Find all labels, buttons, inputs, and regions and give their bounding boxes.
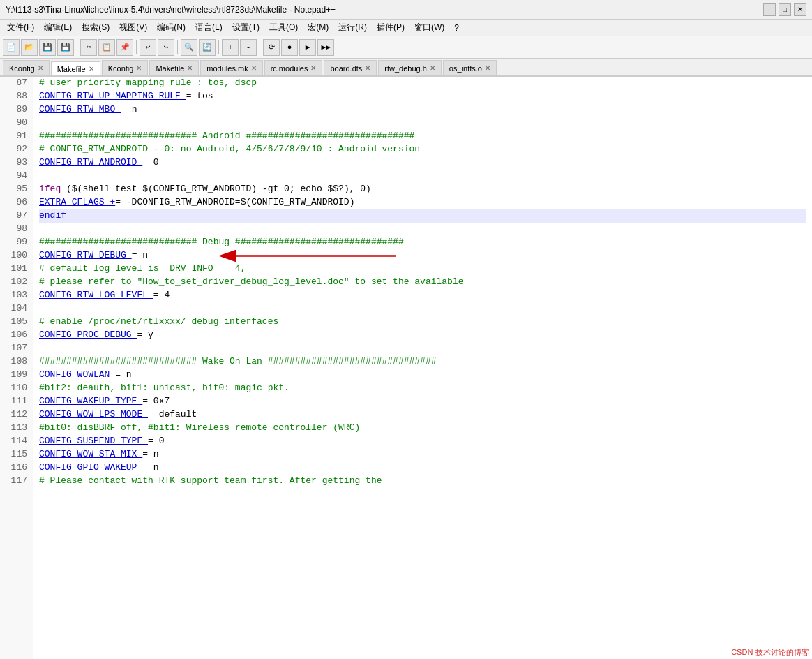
- line-number-96: 96: [3, 196, 27, 209]
- toolbar-separator-1: [77, 40, 77, 54]
- line-number-87: 87: [3, 77, 27, 90]
- tab-close-icon[interactable]: ✕: [187, 64, 193, 72]
- replace-button[interactable]: 🔄: [199, 39, 216, 56]
- line-number-101: 101: [3, 262, 27, 276]
- play-all-button[interactable]: ▶▶: [317, 39, 334, 56]
- close-button[interactable]: ✕: [794, 3, 806, 16]
- tab-close-icon[interactable]: ✕: [365, 64, 370, 72]
- menu-item-r[interactable]: 运行(R): [334, 20, 371, 35]
- menu-item-n[interactable]: 编码(N): [153, 20, 190, 35]
- open-button[interactable]: 📂: [21, 39, 38, 56]
- menu-item-o[interactable]: 工具(O): [265, 20, 302, 35]
- tab-close-icon[interactable]: ✕: [38, 64, 43, 72]
- menu-item-w[interactable]: 窗口(W): [410, 20, 449, 35]
- menu-item-p[interactable]: 插件(P): [373, 20, 409, 35]
- tab-close-icon[interactable]: ✕: [136, 64, 142, 72]
- cut-button[interactable]: ✂: [80, 39, 97, 56]
- line-number-93: 93: [3, 156, 27, 170]
- tab-close-icon[interactable]: ✕: [310, 64, 316, 72]
- tab-makefile[interactable]: Makefile✕: [149, 60, 199, 75]
- line-number-109: 109: [3, 369, 27, 382]
- sync-button[interactable]: ⟳: [263, 39, 280, 56]
- line-number-107: 107: [3, 342, 27, 355]
- code-line-107: [39, 342, 806, 355]
- save-button[interactable]: 💾: [39, 39, 56, 56]
- tab-close-icon[interactable]: ✕: [430, 64, 435, 72]
- code-line-94: [39, 170, 806, 183]
- line-number-91: 91: [3, 130, 27, 143]
- undo-button[interactable]: ↩: [140, 39, 156, 56]
- copy-button[interactable]: 📋: [98, 39, 115, 56]
- tab-makefile[interactable]: Makefile✕: [51, 61, 100, 77]
- tab-kconfig[interactable]: Kconfig✕: [3, 60, 50, 75]
- paste-button[interactable]: 📌: [116, 39, 133, 56]
- tab-modules-mk[interactable]: modules.mk✕: [200, 60, 262, 75]
- menu-item-t[interactable]: 设置(T): [228, 20, 264, 35]
- new-button[interactable]: 📄: [3, 39, 20, 56]
- code-line-97: endif: [39, 209, 806, 223]
- line-number-89: 89: [3, 103, 27, 117]
- zoom-out-button[interactable]: -: [240, 39, 257, 56]
- line-number-115: 115: [3, 448, 27, 461]
- find-button[interactable]: 🔍: [181, 39, 197, 56]
- tab-close-icon[interactable]: ✕: [251, 64, 257, 72]
- maximize-button[interactable]: □: [779, 3, 791, 16]
- title-bar: Y:\t113-s3\Tina-Linux\lichee\linux-5.4\d…: [0, 0, 812, 20]
- menu-item-f[interactable]: 文件(F): [3, 20, 38, 35]
- code-line-111: CONFIG_WAKEUP_TYPE = 0x7: [39, 395, 806, 408]
- tab-kconfig[interactable]: Kconfig✕: [102, 60, 149, 75]
- record-button[interactable]: ●: [281, 39, 298, 56]
- menu-bar: 文件(F)编辑(E)搜索(S)视图(V)编码(N)语言(L)设置(T)工具(O)…: [0, 20, 812, 36]
- minimize-button[interactable]: —: [763, 3, 776, 16]
- code-line-113: #bit0: disBBRF off, #bit1: Wireless remo…: [39, 422, 806, 435]
- line-number-110: 110: [3, 382, 27, 395]
- code-line-92: # CONFIG_RTW_ANDROID - 0: no Android, 4/…: [39, 143, 806, 156]
- code-line-88: CONFIG_RTW_UP_MAPPING_RULE = tos: [39, 90, 806, 103]
- code-line-114: CONFIG_SUSPEND_TYPE = 0: [39, 435, 806, 448]
- line-number-114: 114: [3, 435, 27, 448]
- code-line-103: CONFIG_RTW_LOG_LEVEL = 4: [39, 289, 806, 302]
- window-title: Y:\t113-s3\Tina-Linux\lichee\linux-5.4\d…: [6, 5, 763, 15]
- line-number-94: 94: [3, 170, 27, 183]
- tab-close-icon[interactable]: ✕: [485, 64, 490, 72]
- code-line-110: #bit2: deauth, bit1: unicast, bit0: magi…: [39, 382, 806, 395]
- code-line-89: CONFIG_RTW_MBO = n: [39, 103, 806, 117]
- line-number-104: 104: [3, 302, 27, 316]
- code-line-91: ############################# Android ##…: [39, 130, 806, 143]
- code-line-102: # please refer to "How_to_set_driver_deb…: [39, 276, 806, 289]
- toolbar-separator-2: [136, 40, 137, 54]
- code-content[interactable]: # user priority mapping rule : tos, dscp…: [33, 77, 812, 659]
- window-controls: — □ ✕: [763, 3, 806, 16]
- menu-item-l[interactable]: 语言(L): [191, 20, 227, 35]
- line-number-117: 117: [3, 475, 27, 488]
- line-number-105: 105: [3, 316, 27, 329]
- redo-button[interactable]: ↪: [158, 39, 174, 56]
- line-number-111: 111: [3, 395, 27, 408]
- menu-item-s[interactable]: 搜索(S): [77, 20, 114, 35]
- save-all-button[interactable]: 💾: [57, 39, 74, 56]
- line-number-112: 112: [3, 408, 27, 422]
- zoom-in-button[interactable]: +: [222, 39, 239, 56]
- tab-rc-modules[interactable]: rc.modules✕: [264, 60, 323, 75]
- line-number-90: 90: [3, 117, 27, 130]
- toolbar: 📄 📂 💾 💾 ✂ 📋 📌 ↩ ↪ 🔍 🔄 + - ⟳ ● ▶ ▶▶: [0, 36, 812, 59]
- tab-board-dts[interactable]: board.dts✕: [324, 60, 377, 75]
- line-number-116: 116: [3, 461, 27, 475]
- watermark: CSDN-技术讨论的博客: [731, 647, 809, 658]
- toolbar-separator-5: [260, 40, 260, 54]
- menu-item-[interactable]: ?: [450, 22, 463, 34]
- code-line-108: ############################# Wake On La…: [39, 355, 806, 369]
- menu-item-m[interactable]: 宏(M): [303, 20, 333, 35]
- code-line-96: EXTRA_CFLAGS += -DCONFIG_RTW_ANDROID=$(C…: [39, 196, 806, 209]
- tab-rtw_debug-h[interactable]: rtw_debug.h✕: [378, 60, 442, 75]
- toolbar-separator-4: [218, 40, 219, 54]
- menu-item-v[interactable]: 视图(V): [115, 20, 151, 35]
- menu-item-e[interactable]: 编辑(E): [40, 20, 76, 35]
- line-number-102: 102: [3, 276, 27, 289]
- code-area: 8788899091929394959697989910010110210310…: [0, 77, 812, 659]
- tab-close-icon[interactable]: ✕: [89, 65, 94, 73]
- play-button[interactable]: ▶: [299, 39, 316, 56]
- line-number-88: 88: [3, 90, 27, 103]
- tab-os_intfs-o[interactable]: os_intfs.o✕: [443, 60, 497, 75]
- code-line-106: CONFIG_PROC_DEBUG = y: [39, 329, 806, 342]
